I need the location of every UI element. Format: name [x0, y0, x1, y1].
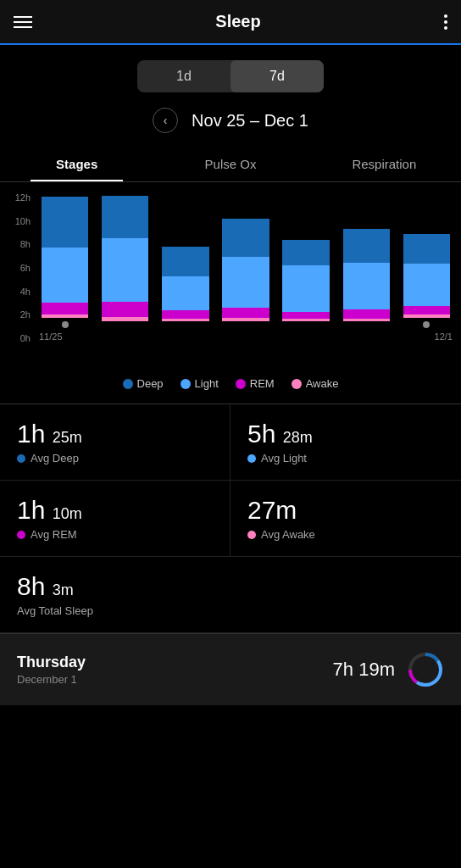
time-btn-7d[interactable]: 7d — [230, 60, 324, 92]
chart-bars — [37, 192, 454, 328]
bar-segment — [42, 197, 88, 248]
bottom-day-card[interactable]: Thursday December 1 7h 19m — [0, 633, 461, 705]
time-selector: 1d 7d — [137, 60, 324, 92]
bar-segment — [42, 314, 88, 318]
legend-dot — [181, 379, 191, 389]
y-axis: 12h 10h 8h 6h 4h 2h 0h — [7, 192, 31, 343]
bar-dot — [423, 321, 430, 328]
bar-segment — [102, 317, 148, 321]
bar-segment — [403, 306, 450, 314]
bar-segment — [282, 312, 329, 319]
chart-legend: DeepLightREMAwake — [0, 369, 461, 403]
bar-col-1 — [97, 196, 153, 328]
bar-segment — [222, 318, 269, 321]
tab-respiration[interactable]: Respiration — [308, 147, 461, 181]
legend-dot — [123, 379, 133, 389]
stat-avg-deep: 1h 25m Avg Deep — [0, 404, 230, 481]
bar-segment — [282, 319, 329, 321]
bar-segment — [162, 276, 208, 310]
stat-total-value: 8h 3m — [17, 572, 444, 601]
tab-stages[interactable]: Stages — [0, 147, 153, 181]
day-date: December 1 — [17, 673, 86, 686]
sleep-donut-chart — [407, 651, 444, 688]
bar-col-3 — [218, 219, 273, 328]
x-axis: 11/2512/1 — [37, 331, 454, 342]
bar-segment — [162, 247, 208, 276]
bar-segment — [102, 238, 148, 302]
legend-dot — [236, 379, 246, 389]
app-header: Sleep — [0, 0, 461, 45]
stats-grid: 1h 25m Avg Deep 5h 28m Avg Light 1h 10m … — [0, 403, 461, 633]
legend-dot — [292, 379, 302, 389]
day-name: Thursday — [17, 654, 86, 671]
legend-label: Light — [195, 377, 219, 390]
legend-item: Deep — [123, 377, 164, 390]
menu-icon[interactable] — [14, 16, 32, 28]
bar-segment — [42, 303, 88, 314]
stat-avg-rem-value: 1h 10m — [17, 496, 213, 525]
page-title: Sleep — [215, 12, 260, 31]
bar-segment — [102, 196, 148, 238]
bar-segment — [222, 257, 269, 308]
stat-avg-rem: 1h 10m Avg REM — [0, 481, 230, 557]
stat-avg-rem-label: Avg REM — [17, 528, 213, 541]
prev-arrow[interactable]: ‹ — [153, 108, 178, 133]
date-range-label: Nov 25 – Dec 1 — [192, 111, 308, 131]
tab-pulse-ox[interactable]: Pulse Ox — [153, 147, 307, 181]
stat-avg-light: 5h 28m Avg Light — [230, 404, 461, 481]
bar-segment — [343, 263, 390, 309]
legend-label: Deep — [137, 377, 164, 390]
more-icon[interactable] — [444, 14, 447, 30]
bar-col-0 — [37, 197, 92, 328]
stat-avg-light-label: Avg Light — [247, 452, 444, 465]
bar-segment — [282, 265, 329, 312]
bar-col-5 — [339, 229, 394, 328]
stat-total-sleep: 8h 3m Avg Total Sleep — [0, 557, 461, 633]
bar-segment — [102, 302, 148, 317]
legend-item: Awake — [292, 377, 339, 390]
bar-segment — [403, 314, 450, 318]
stat-avg-awake-value: 27m — [247, 496, 444, 525]
bar-segment — [403, 264, 450, 306]
bar-segment — [162, 319, 208, 321]
legend-label: REM — [250, 377, 275, 390]
bar-col-4 — [279, 240, 334, 328]
bar-segment — [222, 308, 269, 318]
time-btn-1d[interactable]: 1d — [137, 60, 230, 92]
stat-avg-light-value: 5h 28m — [247, 420, 444, 448]
bar-segment — [343, 319, 390, 321]
sleep-chart: 12h 10h 8h 6h 4h 2h 0h 11/2512/1 — [0, 182, 461, 369]
bar-segment — [282, 240, 329, 265]
bottom-card-stats: 7h 19m — [333, 651, 444, 688]
bar-segment — [162, 310, 208, 319]
legend-item: Light — [181, 377, 219, 390]
bar-segment — [343, 309, 390, 319]
bar-segment — [343, 229, 390, 263]
x-label-6: 12/1 — [435, 331, 453, 342]
stat-avg-deep-value: 1h 25m — [17, 420, 213, 448]
stat-avg-awake-label: Avg Awake — [247, 528, 444, 541]
stat-avg-deep-label: Avg Deep — [17, 452, 213, 465]
bar-col-6 — [399, 234, 454, 328]
bar-segment — [42, 248, 88, 303]
stat-avg-awake: 27m Avg Awake — [230, 481, 461, 557]
bar-dot — [62, 321, 69, 328]
bar-col-2 — [158, 247, 213, 328]
legend-item: REM — [236, 377, 275, 390]
day-duration: 7h 19m — [333, 659, 395, 681]
tab-bar: Stages Pulse Ox Respiration — [0, 147, 461, 182]
x-label-0: 11/25 — [39, 331, 63, 342]
legend-label: Awake — [306, 377, 339, 390]
bar-segment — [222, 219, 269, 257]
bottom-card-day-info: Thursday December 1 — [17, 654, 86, 686]
bar-segment — [403, 234, 450, 264]
date-nav: ‹ Nov 25 – Dec 1 — [0, 108, 461, 133]
stat-total-label: Avg Total Sleep — [17, 604, 444, 617]
